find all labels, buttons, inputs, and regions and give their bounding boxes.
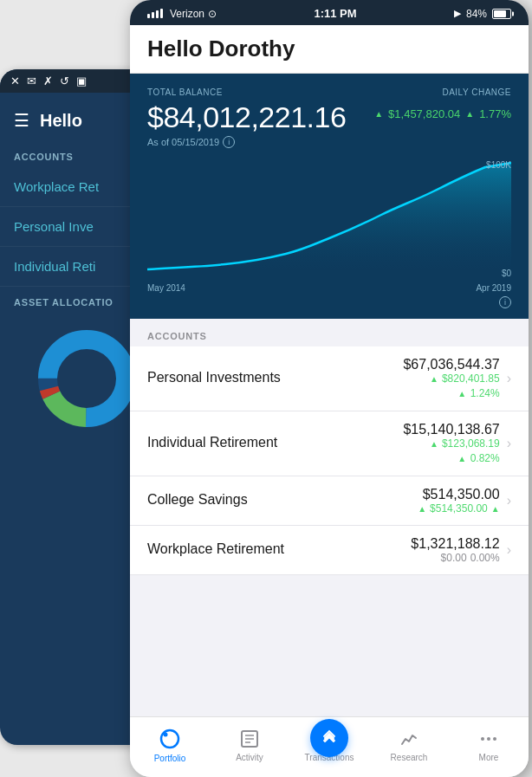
- status-left: Verizon ⊙: [147, 8, 217, 20]
- account-balance-personal: $67,036,544.37: [403, 357, 499, 372]
- college-change-amount: $514,350.00: [430, 502, 488, 515]
- portfolio-icon: [159, 728, 181, 750]
- info-circle-icon[interactable]: i: [223, 136, 235, 148]
- status-time: 1:11 PM: [314, 7, 356, 20]
- college-change-triangle: ▲: [418, 504, 426, 514]
- account-row-personal[interactable]: Personal Investments $67,036,544.37 ▲ $8…: [130, 346, 529, 411]
- daily-change-row: ▲ $1,457,820.04 ▲ 1.77%: [374, 107, 511, 120]
- daily-change-amount: $1,457,820.04: [388, 107, 460, 120]
- transactions-fab[interactable]: [310, 719, 348, 757]
- notif-icon-4: ↺: [60, 74, 69, 87]
- workplace-chevron-icon: ›: [507, 542, 511, 558]
- personal-chevron-icon: ›: [507, 371, 511, 386]
- svg-point-4: [161, 730, 178, 748]
- tab-activity[interactable]: Activity: [210, 728, 289, 762]
- daily-change-pct: 1.77%: [479, 107, 511, 120]
- personal-change-pct: 1.24%: [470, 387, 500, 399]
- research-icon: [399, 728, 419, 749]
- account-row-individual[interactable]: Individual Retirement $15,140,138.67 ▲ $…: [130, 411, 529, 476]
- account-change-individual: ▲ $123,068.19: [403, 437, 499, 450]
- individual-change-pct-triangle: ▲: [457, 454, 466, 463]
- tab-more[interactable]: More: [449, 728, 529, 762]
- account-row-workplace[interactable]: Workplace Retirement $1,321,188.12 $0.00…: [130, 526, 529, 575]
- tab-portfolio-label: Portfolio: [154, 754, 186, 763]
- notif-icon-1: ✕: [10, 74, 20, 87]
- donut-chart: [35, 327, 139, 431]
- change-pct-triangle-icon: ▲: [465, 109, 474, 119]
- activity-icon: [239, 728, 260, 749]
- personal-change-pct-triangle: ▲: [457, 389, 466, 398]
- accounts-section-header: ACCOUNTS: [130, 319, 529, 346]
- battery-pct: 84%: [466, 8, 487, 20]
- change-triangle-icon: ▲: [374, 109, 383, 119]
- chart-info-icon[interactable]: i: [499, 296, 511, 308]
- account-left-personal: Personal Investments: [147, 370, 403, 387]
- bg-phone-title: Hello: [40, 111, 82, 131]
- account-left-college: College Savings: [147, 492, 418, 509]
- notif-icon-2: ✉: [27, 74, 36, 87]
- status-right: ▶ 84%: [454, 8, 511, 20]
- account-balance-college: $514,350.00: [418, 487, 500, 502]
- notif-icon-3: ✗: [43, 74, 53, 87]
- total-balance-value: $84,012,221.16: [147, 100, 346, 134]
- signal-bar-2: [152, 12, 154, 18]
- tab-research[interactable]: Research: [369, 728, 449, 762]
- tab-bar: Portfolio Activity Transactions: [130, 716, 529, 777]
- account-change-college: ▲ $514,350.00 ▲: [418, 502, 500, 515]
- chart-x-end: Apr 2019: [476, 283, 511, 293]
- chart-y-bottom: $0: [486, 269, 511, 278]
- battery-icon: [492, 9, 511, 19]
- chart-x-start: May 2014: [147, 283, 185, 293]
- account-left-individual: Individual Retirement: [147, 435, 403, 452]
- location-icon: ▶: [454, 8, 461, 19]
- account-right-workplace: $1,321,188.12 $0.00 0.00%: [411, 536, 499, 564]
- signal-bars: [147, 9, 163, 18]
- account-name-workplace: Workplace Retirement: [147, 541, 411, 557]
- portfolio-icon-container: [159, 728, 181, 750]
- account-balance-workplace: $1,321,188.12: [411, 536, 499, 552]
- account-left-workplace: Workplace Retirement: [147, 541, 411, 559]
- account-row-college[interactable]: College Savings $514,350.00 ▲ $514,350.0…: [130, 476, 529, 526]
- college-triangle-2: ▲: [491, 504, 500, 514]
- personal-change-triangle: ▲: [430, 374, 438, 384]
- greeting-title: Hello Dorothy: [147, 36, 511, 62]
- battery-fill: [494, 10, 506, 17]
- svg-point-12: [493, 737, 496, 741]
- signal-bar-1: [147, 14, 150, 18]
- tab-transactions[interactable]: Transactions: [289, 728, 369, 762]
- chart-x-labels: May 2014 Apr 2019: [147, 280, 511, 293]
- account-right-college: $514,350.00 ▲ $514,350.00 ▲: [418, 487, 500, 515]
- hamburger-icon[interactable]: ☰: [14, 110, 29, 131]
- main-phone: Verizon ⊙ 1:11 PM ▶ 84% Hello Dorothy TO…: [130, 0, 529, 777]
- chart-section: TOTAL BALANCE DAILY CHANGE $84,012,221.1…: [130, 74, 529, 319]
- workplace-change-neutral: $0.00: [441, 552, 467, 564]
- signal-bar-4: [160, 9, 163, 18]
- account-right-personal: $67,036,544.37 ▲ $820,401.85 ▲ 1.24%: [403, 357, 499, 400]
- personal-change-amount: $820,401.85: [442, 372, 500, 385]
- tab-research-label: Research: [391, 753, 428, 762]
- individual-change-amount: $123,068.19: [442, 437, 500, 450]
- wifi-icon: ⊙: [208, 8, 217, 20]
- individual-change-pct: 0.82%: [470, 452, 500, 464]
- individual-change-triangle: ▲: [430, 439, 438, 449]
- total-balance-label: TOTAL BALANCE: [147, 87, 223, 97]
- account-right-individual: $15,140,138.67 ▲ $123,068.19 ▲ 0.82%: [403, 422, 499, 465]
- chart-y-top: $100K: [486, 160, 511, 170]
- transactions-icon: [321, 729, 338, 747]
- daily-change-label: DAILY CHANGE: [442, 87, 511, 97]
- signal-bar-3: [156, 10, 159, 18]
- accounts-list: Personal Investments $67,036,544.37 ▲ $8…: [130, 346, 529, 575]
- account-balance-individual: $15,140,138.67: [403, 422, 499, 437]
- svg-point-11: [487, 737, 490, 741]
- status-bar: Verizon ⊙ 1:11 PM ▶ 84%: [130, 0, 529, 25]
- account-name-college: College Savings: [147, 492, 418, 508]
- account-change-personal: ▲ $820,401.85: [403, 372, 499, 385]
- tab-portfolio[interactable]: Portfolio: [130, 728, 210, 763]
- phone-header: Hello Dorothy: [130, 25, 529, 74]
- college-chevron-icon: ›: [507, 493, 511, 508]
- chart-svg-container: $100K $0: [147, 159, 511, 280]
- carrier-name: Verizon: [170, 8, 204, 20]
- svg-point-5: [164, 733, 168, 737]
- chart-labels-row: TOTAL BALANCE DAILY CHANGE: [147, 87, 511, 97]
- svg-point-10: [481, 737, 484, 741]
